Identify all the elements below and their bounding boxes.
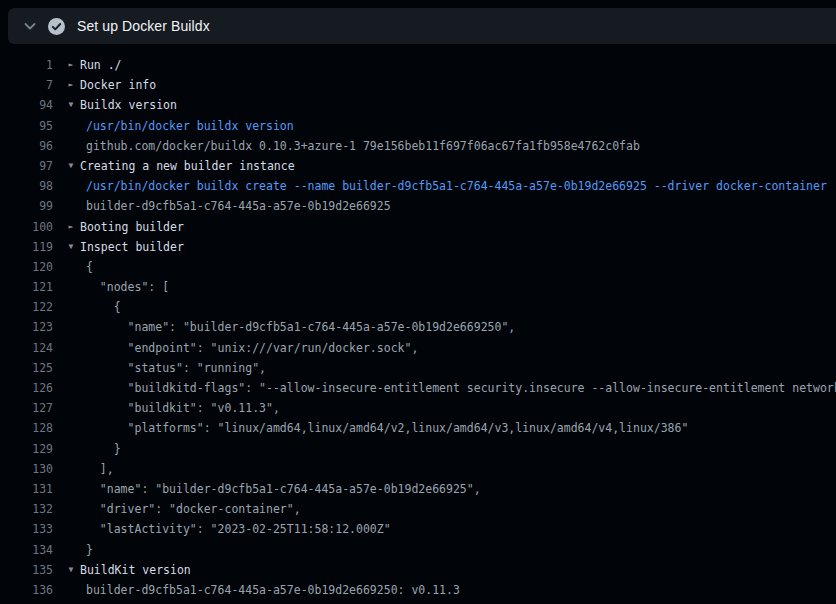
log-line[interactable]: 7 ► Docker info <box>0 75 836 95</box>
log-line: 133 "lastActivity": "2023-02-25T11:58:12… <box>0 519 836 539</box>
log-text: Booting builder <box>80 217 184 237</box>
log-text: Run ./ <box>80 55 122 75</box>
line-number[interactable]: 133 <box>0 519 53 539</box>
line-number[interactable]: 94 <box>0 95 53 115</box>
line-number[interactable]: 122 <box>0 297 53 317</box>
log-text: builder-d9cfb5a1-c764-445a-a57e-0b19d2e6… <box>86 196 391 216</box>
log-text: Inspect builder <box>80 237 184 257</box>
log-text: /usr/bin/docker buildx create --name bui… <box>86 176 827 196</box>
log-text: ], <box>86 459 114 479</box>
line-number[interactable]: 130 <box>0 459 53 479</box>
log-text: Docker info <box>80 75 156 95</box>
log-line: 95 /usr/bin/docker buildx version <box>0 116 836 136</box>
log-text: github.com/docker/buildx 0.10.3+azure-1 … <box>86 136 640 156</box>
line-number[interactable]: 97 <box>0 156 53 176</box>
log-line: 132 "driver": "docker-container", <box>0 499 836 519</box>
log-line: 131 "name": "builder-d9cfb5a1-c764-445a-… <box>0 479 836 499</box>
line-number[interactable]: 136 <box>0 580 53 600</box>
log-line[interactable]: 94 ▼ Buildx version <box>0 95 836 115</box>
step-header[interactable]: Set up Docker Buildx <box>8 8 836 44</box>
log-line: 125 "status": "running", <box>0 358 836 378</box>
log-line: 123 "name": "builder-d9cfb5a1-c764-445a-… <box>0 317 836 337</box>
log-text: "status": "running", <box>86 358 266 378</box>
log-line: 134 } <box>0 540 836 560</box>
line-number[interactable]: 126 <box>0 378 53 398</box>
log-text: "lastActivity": "2023-02-25T11:58:12.000… <box>86 519 391 539</box>
collapse-group-icon[interactable]: ▼ <box>63 237 79 257</box>
line-number[interactable]: 99 <box>0 196 53 216</box>
collapse-group-icon[interactable]: ▼ <box>63 560 79 580</box>
line-number[interactable]: 134 <box>0 540 53 560</box>
line-number[interactable]: 1 <box>0 55 53 75</box>
log-text: "platforms": "linux/amd64,linux/amd64/v2… <box>86 418 688 438</box>
log-line: 122 { <box>0 297 836 317</box>
line-number[interactable]: 95 <box>0 116 53 136</box>
expand-group-icon[interactable]: ► <box>63 75 79 95</box>
collapse-group-icon[interactable]: ▼ <box>63 95 79 115</box>
log-line: 126 "buildkitd-flags": "--allow-insecure… <box>0 378 836 398</box>
log-line: 121 "nodes": [ <box>0 277 836 297</box>
line-number[interactable]: 119 <box>0 237 53 257</box>
log-text: } <box>86 439 121 459</box>
log-line: 98 /usr/bin/docker buildx create --name … <box>0 176 836 196</box>
line-number[interactable]: 123 <box>0 317 53 337</box>
line-number[interactable]: 96 <box>0 136 53 156</box>
log-text: builder-d9cfb5a1-c764-445a-a57e-0b19d2e6… <box>86 580 460 600</box>
log-text: { <box>86 257 93 277</box>
step-title: Set up Docker Buildx <box>77 18 210 34</box>
line-number[interactable]: 131 <box>0 479 53 499</box>
log-line: 128 "platforms": "linux/amd64,linux/amd6… <box>0 418 836 438</box>
log-line: 127 "buildkit": "v0.11.3", <box>0 398 836 418</box>
log-text: "name": "builder-d9cfb5a1-c764-445a-a57e… <box>86 317 515 337</box>
line-number[interactable]: 7 <box>0 75 53 95</box>
log-line: 120 { <box>0 257 836 277</box>
log-text: "endpoint": "unix:///var/run/docker.sock… <box>86 338 418 358</box>
log-text: "name": "builder-d9cfb5a1-c764-445a-a57e… <box>86 479 481 499</box>
log-line: 130 ], <box>0 459 836 479</box>
log-text: { <box>86 297 121 317</box>
log-text: "nodes": [ <box>86 277 169 297</box>
line-number[interactable]: 124 <box>0 338 53 358</box>
line-number[interactable]: 132 <box>0 499 53 519</box>
log-text: "buildkit": "v0.11.3", <box>86 398 280 418</box>
log-line: 129 } <box>0 439 836 459</box>
expand-group-icon[interactable]: ► <box>63 55 79 75</box>
expand-group-icon[interactable]: ► <box>63 217 79 237</box>
log-line: 124 "endpoint": "unix:///var/run/docker.… <box>0 338 836 358</box>
line-number[interactable]: 127 <box>0 398 53 418</box>
log-text: /usr/bin/docker buildx version <box>86 116 294 136</box>
line-number[interactable]: 98 <box>0 176 53 196</box>
line-number[interactable]: 129 <box>0 439 53 459</box>
log-text: Buildx version <box>80 95 177 115</box>
log-text: Creating a new builder instance <box>80 156 295 176</box>
log-viewer: 1 ► Run ./ 7 ► Docker info 94 ▼ Buildx v… <box>0 55 836 600</box>
log-text: } <box>86 540 93 560</box>
log-line[interactable]: 119 ▼ Inspect builder <box>0 237 836 257</box>
log-line: 99 builder-d9cfb5a1-c764-445a-a57e-0b19d… <box>0 196 836 216</box>
log-line[interactable]: 1 ► Run ./ <box>0 55 836 75</box>
log-line[interactable]: 135 ▼ BuildKit version <box>0 560 836 580</box>
line-number[interactable]: 120 <box>0 257 53 277</box>
check-circle-icon <box>48 18 65 35</box>
log-text: "driver": "docker-container", <box>86 499 301 519</box>
chevron-down-icon[interactable] <box>22 18 38 34</box>
log-line[interactable]: 100 ► Booting builder <box>0 217 836 237</box>
line-number[interactable]: 135 <box>0 560 53 580</box>
log-line: 96 github.com/docker/buildx 0.10.3+azure… <box>0 136 836 156</box>
log-line: 136 builder-d9cfb5a1-c764-445a-a57e-0b19… <box>0 580 836 600</box>
log-text: BuildKit version <box>80 560 191 580</box>
log-line[interactable]: 97 ▼ Creating a new builder instance <box>0 156 836 176</box>
line-number[interactable]: 100 <box>0 217 53 237</box>
collapse-group-icon[interactable]: ▼ <box>63 156 79 176</box>
line-number[interactable]: 121 <box>0 277 53 297</box>
log-text: "buildkitd-flags": "--allow-insecure-ent… <box>86 378 836 398</box>
line-number[interactable]: 128 <box>0 418 53 438</box>
line-number[interactable]: 125 <box>0 358 53 378</box>
